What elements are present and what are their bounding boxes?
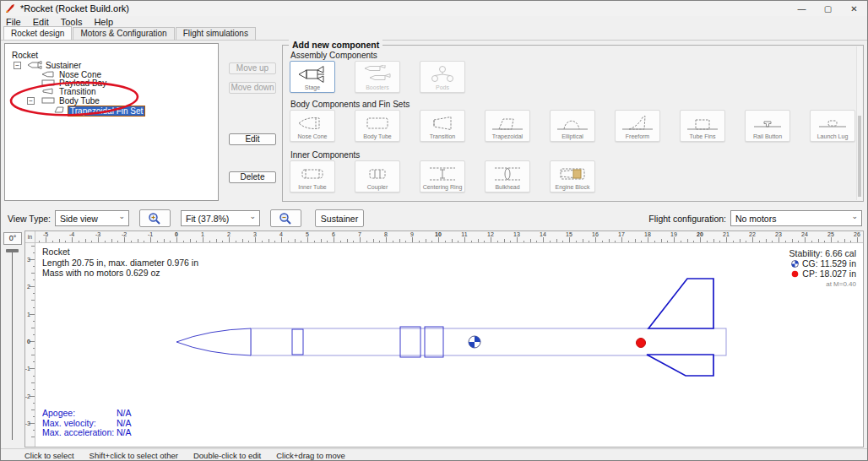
component-centering-ring-button[interactable]: Centering Ring [420, 160, 465, 193]
tree-item-rocket[interactable]: Rocket [5, 51, 218, 60]
tree-item-transition[interactable]: Transition [5, 87, 218, 96]
inner-tube-icon [296, 163, 329, 184]
ruler-tick [327, 241, 328, 242]
component-label: Bulkhead [495, 184, 519, 190]
ruler-tick [471, 241, 472, 242]
scrollbar-thumb[interactable] [858, 116, 861, 197]
component-engine-block-button[interactable]: Engine Block [550, 160, 595, 193]
component-label: Trapezoidal [492, 133, 523, 139]
ruler-tick [262, 241, 263, 242]
component-launch-lug-button[interactable]: Launch Lug [810, 110, 855, 142]
ruler-tick [661, 239, 662, 242]
magnifier-plus-icon [148, 212, 161, 225]
component-rail-button-button[interactable]: Rail Button [745, 110, 790, 142]
ruler-number: 24 [801, 231, 808, 237]
rocket-view-panel: in -5-4-3-2-1012345678910111213141516171… [24, 230, 864, 447]
component-tube-fins-button[interactable]: Tube Fins [680, 110, 725, 142]
component-panel-scrollbar[interactable] [856, 46, 862, 200]
ruler-tick [497, 241, 498, 242]
design-tree-panel[interactable]: Rocket−SustainerNose ConePayload BayTran… [4, 43, 219, 201]
ruler-tick [196, 241, 197, 242]
ruler-tick [589, 241, 589, 242]
elliptical-icon [556, 112, 589, 133]
lower-fin-outline [647, 355, 713, 376]
ruler-tick [635, 239, 636, 242]
component-elliptical-button[interactable]: Elliptical [550, 110, 595, 142]
tree-item-sustainer[interactable]: −Sustainer [5, 61, 218, 70]
ruler-tick [157, 241, 158, 242]
ruler-tick [307, 237, 308, 242]
ruler-tick [667, 241, 668, 242]
component-label: Nose Cone [297, 133, 327, 139]
tab-motors-configuration[interactable]: Motors & Configuration [73, 27, 174, 40]
ruler-tick [216, 239, 217, 242]
tree-item-label: Sustainer [44, 61, 83, 70]
ruler-tick [752, 237, 753, 242]
ruler-tick [138, 239, 138, 242]
tab-rocket-design[interactable]: Rocket design [3, 26, 72, 40]
zoom-in-button[interactable] [139, 209, 171, 227]
ruler-number: 19 [670, 231, 677, 237]
ruler-tick [31, 328, 35, 328]
minimize-button[interactable]: — [789, 1, 815, 16]
delete-button[interactable]: Delete [229, 171, 276, 183]
zoom-out-button[interactable] [270, 209, 301, 227]
tab-flight-simulations[interactable]: Flight simulations [176, 27, 256, 40]
rotation-slider-thumb[interactable] [6, 249, 19, 252]
sim-result-row: Max. acceleration:N/A [42, 428, 132, 438]
ruler-tick [347, 239, 348, 242]
ruler-tick [31, 246, 35, 247]
ruler-number: 3 [27, 256, 30, 262]
menu-help[interactable]: Help [94, 17, 113, 27]
ruler-tick [33, 334, 35, 335]
component-transition-button[interactable]: Transition [420, 110, 465, 142]
component-bulkhead-button[interactable]: Bulkhead [485, 160, 530, 193]
ruler-tick [445, 241, 446, 242]
ruler-tick [98, 237, 99, 242]
ruler-tick [792, 239, 793, 242]
ruler-unit-label: in [25, 231, 35, 243]
ruler-tick [693, 241, 694, 242]
ruler-number: -2 [122, 231, 127, 237]
component-label: Inner Tube [298, 184, 326, 190]
edit-button[interactable]: Edit [229, 133, 276, 145]
rotation-angle-indicator: 0° [3, 232, 22, 245]
ruler-tick [31, 382, 35, 383]
ruler-tick [33, 348, 35, 349]
tree-expander-icon[interactable]: − [14, 62, 21, 69]
upper-fin-outline [648, 279, 713, 328]
component-inner-tube-button[interactable]: Inner Tube [290, 160, 335, 193]
rotation-slider-track[interactable] [12, 251, 13, 440]
component-nose-cone-button[interactable]: Nose Cone [290, 110, 335, 142]
component-trapezoidal-button[interactable]: Trapezoidal [485, 110, 530, 142]
component-label: Tube Fins [690, 133, 716, 139]
ruler-tick [517, 237, 518, 242]
tree-item-trapezoidal-fin-set[interactable]: Trapezoidal Fin Set [5, 106, 218, 115]
ruler-tick [340, 241, 341, 242]
ruler-tick [602, 241, 603, 242]
ruler-tick [838, 241, 838, 242]
tree-expander-icon[interactable]: − [27, 97, 35, 105]
component-body-tube-button[interactable]: Body Tube [355, 110, 400, 142]
view-toolbar: View Type: Side view ⌄ Fit (37.8%) ⌄ Sus… [1, 206, 867, 230]
component-label: Body Tube [363, 133, 391, 139]
close-button[interactable]: ✕ [841, 1, 867, 16]
ruler-tick [183, 241, 184, 242]
ruler-tick [31, 300, 35, 301]
zoom-level-dropdown[interactable]: Fit (37.8%) ⌄ [181, 210, 260, 226]
ruler-tick [274, 241, 275, 242]
stage-toggle-button[interactable]: Sustainer [315, 209, 364, 227]
maximize-button[interactable]: ▢ [815, 1, 841, 16]
view-type-dropdown[interactable]: Side view ⌄ [55, 210, 129, 226]
flight-config-dropdown[interactable]: No motors ⌄ [730, 210, 862, 226]
tree-item-body-tube[interactable]: −Body Tube [5, 96, 218, 106]
ruler-tick [33, 293, 35, 294]
rocket-canvas[interactable]: Rocket Length 20.75 in, max. diameter 0.… [35, 243, 863, 447]
flight-config-value: No motors [735, 214, 776, 224]
component-stage-button[interactable]: Stage [290, 61, 335, 93]
component-label: Boosters [366, 84, 389, 90]
component-freeform-button[interactable]: Freeform [615, 110, 660, 142]
component-coupler-button[interactable]: Coupler [355, 160, 400, 193]
ruler-number: 14 [540, 231, 546, 237]
ruler-tick [746, 241, 746, 242]
